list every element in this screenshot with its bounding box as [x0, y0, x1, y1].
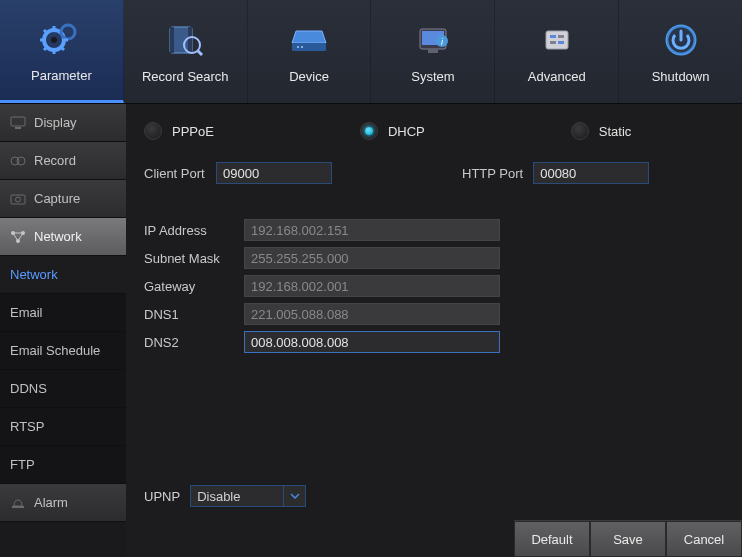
svg-point-33 — [17, 157, 25, 165]
nav-parameter[interactable]: Parameter — [0, 0, 124, 103]
dns2-label: DNS2 — [144, 335, 234, 350]
dns2-input[interactable] — [244, 331, 500, 353]
radio-label-dhcp: DHCP — [388, 124, 425, 139]
radio-pppoe[interactable] — [144, 122, 162, 140]
sidebar-cat-network[interactable]: Network — [0, 218, 126, 256]
alarm-icon — [10, 495, 26, 511]
sidebar-cat-record[interactable]: Record — [0, 142, 126, 180]
svg-rect-30 — [11, 117, 25, 126]
sidebar-label: Network — [34, 229, 82, 244]
sidebar-sub-email-schedule[interactable]: Email Schedule — [0, 332, 126, 370]
svg-rect-11 — [170, 27, 174, 53]
svg-rect-24 — [550, 35, 556, 38]
svg-rect-25 — [558, 35, 564, 38]
upnp-value: Disable — [197, 489, 240, 504]
ip-address-input — [244, 219, 500, 241]
svg-line-7 — [44, 30, 47, 33]
gateway-input — [244, 275, 500, 297]
network-mode-row: PPPoE DHCP Static — [144, 122, 724, 140]
upnp-select[interactable]: Disable — [190, 485, 306, 507]
dns1-input — [244, 303, 500, 325]
svg-rect-31 — [15, 127, 21, 129]
sidebar-label: RTSP — [10, 419, 44, 434]
svg-line-8 — [61, 47, 64, 50]
http-port-label: HTTP Port — [462, 166, 523, 181]
sidebar-cat-capture[interactable]: Capture — [0, 180, 126, 218]
nav-label: Device — [289, 69, 329, 84]
svg-point-16 — [297, 46, 299, 48]
nav-label: Advanced — [528, 69, 586, 84]
upnp-row: UPNP Disable — [144, 485, 306, 507]
advanced-icon — [533, 19, 581, 61]
svg-line-14 — [198, 51, 202, 55]
radio-dhcp[interactable] — [360, 122, 378, 140]
nav-advanced[interactable]: Advanced — [495, 0, 619, 103]
http-port-input[interactable] — [533, 162, 649, 184]
power-icon — [657, 19, 705, 61]
sidebar-label: Email — [10, 305, 43, 320]
top-nav: Parameter Record Search Device — [0, 0, 742, 104]
nav-label: Shutdown — [652, 69, 710, 84]
radio-label-static: Static — [599, 124, 632, 139]
sidebar-cat-display[interactable]: Display — [0, 104, 126, 142]
sidebar-sub-email[interactable]: Email — [0, 294, 126, 332]
radio-label-pppoe: PPPoE — [172, 124, 214, 139]
system-icon: i — [409, 19, 457, 61]
sidebar-sub-ftp[interactable]: FTP — [0, 446, 126, 484]
gateway-label: Gateway — [144, 279, 234, 294]
gears-icon — [37, 18, 85, 60]
main-panel: PPPoE DHCP Static Client Port HTTP Port … — [126, 104, 742, 557]
svg-point-17 — [301, 46, 303, 48]
save-button[interactable]: Save — [590, 521, 666, 557]
nav-shutdown[interactable]: Shutdown — [619, 0, 742, 103]
nav-label: System — [411, 69, 454, 84]
sidebar-label: Network — [10, 267, 58, 282]
svg-line-9 — [44, 47, 47, 50]
sidebar-sub-rtsp[interactable]: RTSP — [0, 408, 126, 446]
network-icon — [10, 229, 26, 245]
sidebar-label: DDNS — [10, 381, 47, 396]
sidebar: Display Record Capture Network Network E… — [0, 104, 126, 557]
subnet-mask-label: Subnet Mask — [144, 251, 234, 266]
capture-icon — [10, 191, 26, 207]
sidebar-label: Display — [34, 115, 77, 130]
svg-rect-23 — [546, 31, 568, 49]
monitor-icon — [10, 115, 26, 131]
svg-rect-20 — [428, 49, 438, 53]
upnp-label: UPNP — [144, 489, 180, 504]
sidebar-sub-network[interactable]: Network — [0, 256, 126, 294]
nav-label: Record Search — [142, 69, 229, 84]
action-buttons: Default Save Cancel — [514, 520, 742, 557]
svg-point-1 — [51, 37, 57, 43]
sidebar-label: Alarm — [34, 495, 68, 510]
chevron-down-icon — [283, 486, 305, 506]
nav-record-search[interactable]: Record Search — [124, 0, 248, 103]
nav-device[interactable]: Device — [248, 0, 372, 103]
nav-label: Parameter — [31, 68, 92, 83]
subnet-mask-input — [244, 247, 500, 269]
nav-system[interactable]: i System — [371, 0, 495, 103]
sidebar-cat-alarm[interactable]: Alarm — [0, 484, 126, 522]
svg-rect-34 — [11, 195, 25, 204]
client-port-input[interactable] — [216, 162, 332, 184]
svg-rect-27 — [558, 41, 564, 44]
cancel-button[interactable]: Cancel — [666, 521, 742, 557]
sidebar-label: Email Schedule — [10, 343, 100, 358]
svg-rect-39 — [12, 506, 24, 508]
radio-static[interactable] — [571, 122, 589, 140]
svg-rect-12 — [188, 27, 192, 53]
film-search-icon — [161, 19, 209, 61]
port-row: Client Port HTTP Port — [144, 162, 724, 184]
dns1-label: DNS1 — [144, 307, 234, 322]
sidebar-label: FTP — [10, 457, 35, 472]
device-icon — [285, 19, 333, 61]
record-icon — [10, 153, 26, 169]
sidebar-sub-ddns[interactable]: DDNS — [0, 370, 126, 408]
svg-rect-26 — [550, 41, 556, 44]
svg-point-35 — [16, 197, 21, 202]
client-port-label: Client Port — [144, 166, 206, 181]
svg-point-2 — [61, 25, 75, 39]
sidebar-label: Capture — [34, 191, 80, 206]
default-button[interactable]: Default — [514, 521, 590, 557]
sidebar-label: Record — [34, 153, 76, 168]
